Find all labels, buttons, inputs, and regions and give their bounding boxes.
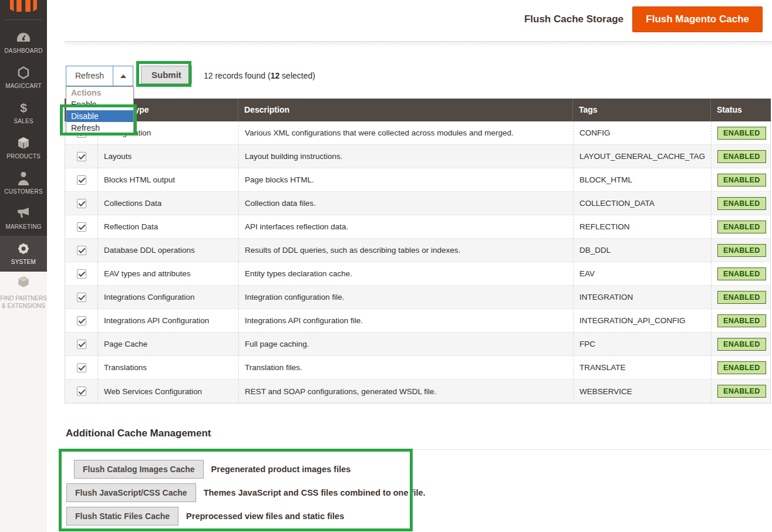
sidebar-item-products[interactable]: PRODUCTS bbox=[0, 130, 47, 165]
sidebar-item-system[interactable]: SYSTEM bbox=[0, 236, 47, 271]
cell-tags: WEBSERVICE bbox=[573, 379, 711, 403]
row-checkbox-cell bbox=[65, 262, 97, 285]
additional-cache-heading: Additional Cache Management bbox=[66, 428, 211, 439]
status-badge: ENABLED bbox=[717, 314, 766, 327]
flush-cache-storage-button[interactable]: Flush Cache Storage bbox=[524, 13, 623, 25]
row-checkbox[interactable] bbox=[77, 175, 86, 185]
products-icon bbox=[16, 136, 31, 150]
cell-description: Layout building instructions. bbox=[238, 145, 573, 168]
dropdown-option-enable[interactable]: Enable bbox=[66, 99, 133, 110]
sidebar-item-label: SALES bbox=[14, 118, 33, 124]
mass-action-select[interactable]: Refresh bbox=[66, 66, 133, 86]
find-partners-label-line2: & EXTENSIONS bbox=[0, 302, 47, 310]
table-row[interactable]: Page Cache Full page caching. FPC ENABLE… bbox=[65, 333, 770, 356]
cell-cache-type: EAV types and attributes bbox=[97, 262, 238, 285]
magento-logo[interactable] bbox=[0, 0, 47, 12]
cell-description: Results of DDL queries, such as describi… bbox=[238, 239, 573, 262]
row-checkbox[interactable] bbox=[77, 363, 86, 372]
submit-button[interactable]: Submit bbox=[141, 66, 192, 84]
row-checkbox[interactable] bbox=[77, 222, 86, 232]
row-checkbox[interactable] bbox=[77, 293, 86, 302]
sidebar: DASHBOARD MAGICCART $ SALES PRODUCTS bbox=[0, 0, 47, 532]
table-row[interactable]: Integrations Configuration Integration c… bbox=[65, 286, 770, 309]
sidebar-item-sales[interactable]: $ SALES bbox=[0, 95, 47, 130]
cell-cache-type: Blocks HTML output bbox=[97, 168, 238, 191]
cell-cache-type: Translations bbox=[97, 356, 238, 379]
row-checkbox-cell bbox=[65, 192, 97, 215]
status-badge: ENABLED bbox=[717, 361, 766, 374]
dashboard-icon bbox=[16, 31, 31, 45]
sidebar-item-label: SYSTEM bbox=[11, 259, 36, 265]
sidebar-item-label: MAGICCART bbox=[5, 83, 42, 89]
cell-cache-type: Integrations API Configuration bbox=[97, 309, 238, 332]
sidebar-item-label: DASHBOARD bbox=[4, 48, 42, 54]
table-row[interactable]: Translations Translation files. TRANSLAT… bbox=[65, 356, 770, 379]
cell-tags: FPC bbox=[573, 333, 711, 355]
row-checkbox[interactable] bbox=[77, 246, 86, 255]
row-checkbox[interactable] bbox=[77, 316, 86, 326]
table-row[interactable]: Blocks HTML output Page blocks HTML. BLO… bbox=[65, 168, 770, 192]
table-row[interactable]: Web Services Configuration REST and SOAP… bbox=[65, 379, 770, 403]
mass-action-select-toggle[interactable] bbox=[113, 66, 133, 86]
sidebar-item-dashboard[interactable]: DASHBOARD bbox=[0, 25, 47, 60]
cell-description: Various XML configurations that were col… bbox=[238, 121, 573, 144]
flush-cache-button[interactable]: Flush JavaScript/CSS Cache bbox=[66, 483, 196, 502]
column-header-tags[interactable]: Tags bbox=[572, 99, 710, 121]
marketing-icon bbox=[16, 206, 31, 221]
sidebar-item-find-partners[interactable]: FIND PARTNERS & EXTENSIONS bbox=[0, 275, 47, 310]
flush-cache-button[interactable]: Flush Static Files Cache bbox=[66, 507, 178, 526]
table-row[interactable]: Collections Data Collection data files. … bbox=[65, 192, 770, 215]
magiccart-icon bbox=[16, 66, 31, 80]
cell-tags: COLLECTION_DATA bbox=[573, 192, 711, 215]
column-header-description[interactable]: Description bbox=[238, 99, 572, 121]
cell-status: ENABLED bbox=[711, 192, 771, 215]
table-row[interactable]: Layouts Layout building instructions. LA… bbox=[65, 145, 770, 168]
dropdown-option-disable[interactable]: Disable bbox=[66, 110, 133, 122]
status-badge: ENABLED bbox=[717, 385, 766, 398]
customers-icon bbox=[16, 171, 31, 185]
row-checkbox[interactable] bbox=[77, 269, 86, 279]
status-badge: ENABLED bbox=[717, 221, 766, 233]
table-row[interactable]: Reflection Data API interfaces reflectio… bbox=[65, 215, 770, 239]
cell-tags: INTEGRATION_API_CONFIG bbox=[573, 309, 711, 332]
cell-status: ENABLED bbox=[711, 145, 771, 168]
chevron-up-icon bbox=[120, 74, 126, 78]
cell-description: Integrations API configuration file. bbox=[238, 309, 573, 332]
cell-cache-type: Layouts bbox=[97, 145, 238, 168]
sidebar-item-marketing[interactable]: MARKETING bbox=[0, 201, 47, 236]
flush-cache-button[interactable]: Flush Catalog Images Cache bbox=[74, 460, 204, 479]
dropdown-option-refresh[interactable]: Refresh bbox=[66, 122, 133, 134]
cell-tags: TRANSLATE bbox=[573, 356, 711, 379]
cell-description: Page blocks HTML. bbox=[238, 168, 573, 191]
status-badge: ENABLED bbox=[717, 127, 766, 140]
table-row[interactable]: EAV types and attributes Entity types de… bbox=[65, 262, 770, 286]
page-actions-bar: Flush Cache Storage Flush Magento Cache bbox=[47, 0, 772, 41]
cell-description: REST and SOAP configurations, generated … bbox=[238, 379, 573, 403]
flush-cache-description: Themes JavaScript and CSS files combined… bbox=[204, 488, 426, 497]
cell-status: ENABLED bbox=[711, 309, 771, 332]
mass-action-selected-value: Refresh bbox=[66, 66, 113, 86]
sidebar-item-label: MARKETING bbox=[5, 223, 41, 230]
additional-section-divider bbox=[65, 449, 771, 450]
cell-tags: LAYOUT_GENERAL_CACHE_TAG bbox=[573, 145, 711, 168]
row-checkbox[interactable] bbox=[77, 387, 86, 396]
table-row[interactable]: Database DDL operations Results of DDL q… bbox=[65, 239, 770, 262]
row-checkbox-cell bbox=[65, 356, 97, 379]
cell-cache-type: Database DDL operations bbox=[97, 239, 238, 262]
dropdown-group-actions: Actions bbox=[66, 87, 133, 99]
row-checkbox[interactable] bbox=[77, 152, 86, 161]
status-badge: ENABLED bbox=[717, 174, 766, 187]
row-checkbox[interactable] bbox=[77, 340, 86, 349]
cell-tags: BLOCK_HTML bbox=[573, 168, 711, 191]
table-row[interactable]: Integrations API Configuration Integrati… bbox=[65, 309, 770, 333]
cell-description: Entity types declaration cache. bbox=[238, 262, 573, 285]
table-row[interactable]: Configuration Various XML configurations… bbox=[65, 121, 770, 145]
column-header-status[interactable]: Status bbox=[710, 99, 771, 121]
flush-magento-cache-button[interactable]: Flush Magento Cache bbox=[632, 6, 763, 32]
row-checkbox[interactable] bbox=[77, 199, 86, 208]
sidebar-item-magiccart[interactable]: MAGICCART bbox=[0, 60, 47, 95]
sidebar-item-customers[interactable]: CUSTOMERS bbox=[0, 165, 47, 201]
row-checkbox-cell bbox=[65, 333, 97, 355]
sales-icon: $ bbox=[16, 101, 31, 115]
status-badge: ENABLED bbox=[717, 291, 766, 304]
